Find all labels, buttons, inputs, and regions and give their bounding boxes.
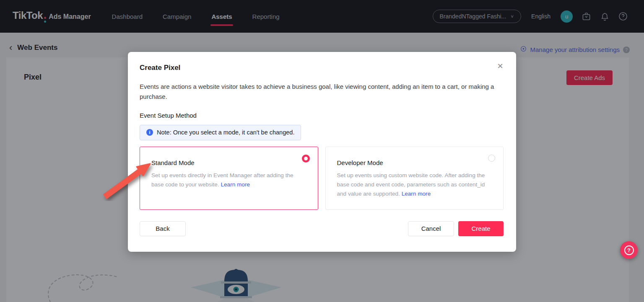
- developer-mode-description: Set up events using custom website code.…: [337, 171, 492, 199]
- note-banner: i Note: Once you select a mode, it can't…: [140, 125, 301, 140]
- floating-help-button[interactable]: ?: [620, 241, 638, 259]
- modal-description: Events are actions a website visitor tak…: [140, 82, 500, 102]
- back-button[interactable]: Back: [140, 221, 186, 236]
- standard-mode-title: Standard Mode: [151, 159, 306, 166]
- close-icon[interactable]: ✕: [495, 61, 505, 71]
- info-icon: i: [146, 129, 153, 136]
- modal-title: Create Pixel: [140, 64, 504, 72]
- modal-footer: Back Cancel Create: [140, 221, 504, 236]
- developer-mode-card[interactable]: Developer Mode Set up events using custo…: [325, 147, 504, 210]
- create-button[interactable]: Create: [458, 221, 504, 236]
- radio-unselected-icon[interactable]: [488, 155, 495, 162]
- developer-mode-title: Developer Mode: [337, 159, 492, 166]
- event-setup-method-label: Event Setup Method: [140, 112, 504, 119]
- create-pixel-modal: Create Pixel ✕ Events are actions a webs…: [128, 52, 516, 252]
- mode-options-row: Standard Mode Set up events directly in …: [140, 147, 504, 210]
- floating-help-question-icon: ?: [624, 245, 634, 255]
- note-text: Note: Once you select a mode, it can't b…: [157, 129, 294, 136]
- standard-mode-card[interactable]: Standard Mode Set up events directly in …: [140, 147, 318, 210]
- developer-learn-more-link[interactable]: Learn more: [402, 191, 431, 197]
- standard-mode-description: Set up events directly in Event Manager …: [151, 171, 306, 190]
- cancel-button[interactable]: Cancel: [408, 221, 454, 236]
- radio-selected-icon[interactable]: [302, 155, 310, 163]
- standard-learn-more-link[interactable]: Learn more: [221, 181, 250, 188]
